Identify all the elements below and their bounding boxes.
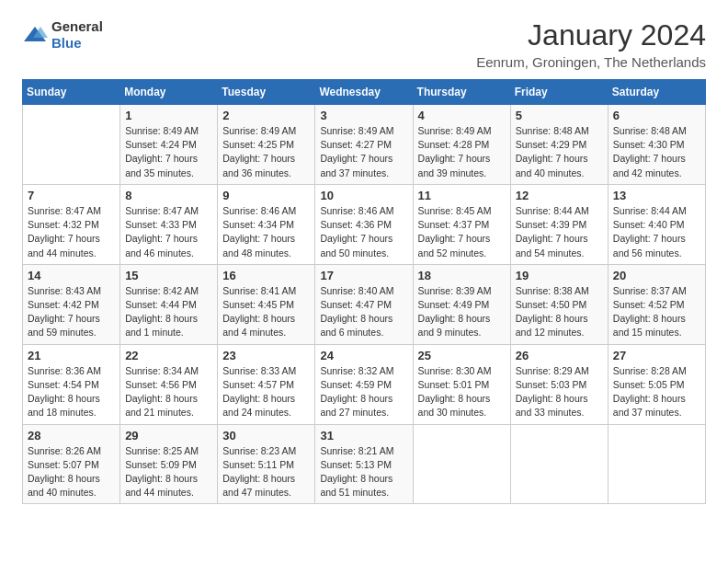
- day-info: Sunrise: 8:49 AMSunset: 4:27 PMDaylight:…: [320, 124, 407, 180]
- calendar-empty-cell: [510, 424, 608, 504]
- day-number: 15: [125, 269, 212, 282]
- day-info: Sunrise: 8:46 AMSunset: 4:36 PMDaylight:…: [320, 204, 407, 260]
- calendar-day-cell: 20Sunrise: 8:37 AMSunset: 4:52 PMDayligh…: [608, 264, 705, 344]
- calendar-day-cell: 23Sunrise: 8:33 AMSunset: 4:57 PMDayligh…: [218, 344, 315, 424]
- month-title: January 2024: [476, 18, 706, 52]
- title-area: January 2024 Eenrum, Groningen, The Neth…: [476, 18, 706, 70]
- day-info: Sunrise: 8:36 AMSunset: 4:54 PMDaylight:…: [28, 364, 115, 420]
- calendar-day-cell: 28Sunrise: 8:26 AMSunset: 5:07 PMDayligh…: [23, 424, 120, 504]
- day-info: Sunrise: 8:32 AMSunset: 4:59 PMDaylight:…: [320, 364, 407, 420]
- day-info: Sunrise: 8:25 AMSunset: 5:09 PMDaylight:…: [125, 444, 212, 500]
- day-number: 30: [222, 429, 310, 442]
- day-number: 4: [418, 109, 506, 122]
- calendar-day-cell: 14Sunrise: 8:43 AMSunset: 4:42 PMDayligh…: [23, 264, 120, 344]
- day-of-week-header: Thursday: [413, 80, 510, 105]
- day-number: 18: [418, 269, 506, 282]
- calendar-day-cell: 2Sunrise: 8:49 AMSunset: 4:25 PMDaylight…: [218, 105, 315, 185]
- day-number: 8: [125, 189, 212, 202]
- day-number: 23: [222, 349, 310, 362]
- calendar-day-cell: 13Sunrise: 8:44 AMSunset: 4:40 PMDayligh…: [608, 184, 705, 264]
- day-number: 3: [320, 109, 407, 122]
- logo-blue: Blue: [51, 35, 82, 51]
- calendar-day-cell: 18Sunrise: 8:39 AMSunset: 4:49 PMDayligh…: [413, 264, 510, 344]
- day-info: Sunrise: 8:29 AMSunset: 5:03 PMDaylight:…: [516, 364, 603, 420]
- day-info: Sunrise: 8:40 AMSunset: 4:47 PMDaylight:…: [320, 284, 407, 340]
- day-number: 11: [418, 189, 506, 202]
- day-number: 16: [222, 269, 310, 282]
- day-of-week-header: Sunday: [23, 80, 120, 105]
- day-info: Sunrise: 8:44 AMSunset: 4:40 PMDaylight:…: [613, 204, 700, 260]
- calendar-day-cell: 11Sunrise: 8:45 AMSunset: 4:37 PMDayligh…: [413, 184, 510, 264]
- calendar-day-cell: 31Sunrise: 8:21 AMSunset: 5:13 PMDayligh…: [315, 424, 413, 504]
- calendar-day-cell: 9Sunrise: 8:46 AMSunset: 4:34 PMDaylight…: [218, 184, 315, 264]
- day-number: 29: [125, 429, 212, 442]
- calendar-day-cell: 26Sunrise: 8:29 AMSunset: 5:03 PMDayligh…: [510, 344, 608, 424]
- day-number: 9: [222, 189, 310, 202]
- day-info: Sunrise: 8:44 AMSunset: 4:39 PMDaylight:…: [516, 204, 603, 260]
- day-number: 24: [320, 349, 407, 362]
- header: General Blue January 2024 Eenrum, Gronin…: [22, 18, 706, 70]
- day-info: Sunrise: 8:49 AMSunset: 4:25 PMDaylight:…: [222, 124, 310, 180]
- day-info: Sunrise: 8:49 AMSunset: 4:24 PMDaylight:…: [125, 124, 212, 180]
- day-info: Sunrise: 8:42 AMSunset: 4:44 PMDaylight:…: [125, 284, 212, 340]
- calendar-day-cell: 16Sunrise: 8:41 AMSunset: 4:45 PMDayligh…: [218, 264, 315, 344]
- location-title: Eenrum, Groningen, The Netherlands: [476, 54, 706, 70]
- calendar-day-cell: 3Sunrise: 8:49 AMSunset: 4:27 PMDaylight…: [315, 105, 413, 185]
- day-number: 21: [28, 349, 115, 362]
- day-number: 22: [125, 349, 212, 362]
- day-info: Sunrise: 8:41 AMSunset: 4:45 PMDaylight:…: [222, 284, 310, 340]
- day-number: 27: [613, 349, 700, 362]
- day-info: Sunrise: 8:37 AMSunset: 4:52 PMDaylight:…: [613, 284, 700, 340]
- calendar-day-cell: 12Sunrise: 8:44 AMSunset: 4:39 PMDayligh…: [510, 184, 608, 264]
- calendar-day-cell: 25Sunrise: 8:30 AMSunset: 5:01 PMDayligh…: [413, 344, 510, 424]
- day-number: 25: [418, 349, 506, 362]
- day-info: Sunrise: 8:21 AMSunset: 5:13 PMDaylight:…: [320, 444, 407, 500]
- calendar-day-cell: 1Sunrise: 8:49 AMSunset: 4:24 PMDaylight…: [120, 105, 218, 185]
- day-info: Sunrise: 8:38 AMSunset: 4:50 PMDaylight:…: [516, 284, 603, 340]
- calendar-day-cell: 27Sunrise: 8:28 AMSunset: 5:05 PMDayligh…: [608, 344, 705, 424]
- logo-icon: [22, 25, 48, 45]
- day-of-week-header: Saturday: [608, 80, 705, 105]
- day-number: 28: [28, 429, 115, 442]
- day-info: Sunrise: 8:23 AMSunset: 5:11 PMDaylight:…: [222, 444, 310, 500]
- calendar-day-cell: 6Sunrise: 8:48 AMSunset: 4:30 PMDaylight…: [608, 105, 705, 185]
- day-info: Sunrise: 8:48 AMSunset: 4:30 PMDaylight:…: [613, 124, 700, 180]
- day-number: 6: [613, 109, 700, 122]
- day-info: Sunrise: 8:43 AMSunset: 4:42 PMDaylight:…: [28, 284, 115, 340]
- day-of-week-header: Monday: [120, 80, 218, 105]
- calendar-empty-cell: [608, 424, 705, 504]
- calendar-week-row: 1Sunrise: 8:49 AMSunset: 4:24 PMDaylight…: [23, 105, 706, 185]
- calendar-day-cell: 22Sunrise: 8:34 AMSunset: 4:56 PMDayligh…: [120, 344, 218, 424]
- calendar-header-row: SundayMondayTuesdayWednesdayThursdayFrid…: [23, 80, 706, 105]
- day-number: 13: [613, 189, 700, 202]
- calendar-day-cell: 8Sunrise: 8:47 AMSunset: 4:33 PMDaylight…: [120, 184, 218, 264]
- calendar-day-cell: 29Sunrise: 8:25 AMSunset: 5:09 PMDayligh…: [120, 424, 218, 504]
- day-info: Sunrise: 8:47 AMSunset: 4:33 PMDaylight:…: [125, 204, 212, 260]
- logo: General Blue: [22, 18, 103, 52]
- day-info: Sunrise: 8:49 AMSunset: 4:28 PMDaylight:…: [418, 124, 506, 180]
- calendar-table: SundayMondayTuesdayWednesdayThursdayFrid…: [22, 79, 706, 504]
- day-number: 1: [125, 109, 212, 122]
- calendar-day-cell: 10Sunrise: 8:46 AMSunset: 4:36 PMDayligh…: [315, 184, 413, 264]
- day-number: 7: [28, 189, 115, 202]
- logo-text: General Blue: [51, 18, 103, 52]
- calendar-week-row: 7Sunrise: 8:47 AMSunset: 4:32 PMDaylight…: [23, 184, 706, 264]
- day-number: 2: [222, 109, 310, 122]
- day-info: Sunrise: 8:45 AMSunset: 4:37 PMDaylight:…: [418, 204, 506, 260]
- calendar-day-cell: 24Sunrise: 8:32 AMSunset: 4:59 PMDayligh…: [315, 344, 413, 424]
- calendar-week-row: 28Sunrise: 8:26 AMSunset: 5:07 PMDayligh…: [23, 424, 706, 504]
- calendar-day-cell: 4Sunrise: 8:49 AMSunset: 4:28 PMDaylight…: [413, 105, 510, 185]
- calendar-day-cell: 15Sunrise: 8:42 AMSunset: 4:44 PMDayligh…: [120, 264, 218, 344]
- day-info: Sunrise: 8:39 AMSunset: 4:49 PMDaylight:…: [418, 284, 506, 340]
- day-number: 5: [516, 109, 603, 122]
- day-info: Sunrise: 8:30 AMSunset: 5:01 PMDaylight:…: [418, 364, 506, 420]
- day-info: Sunrise: 8:33 AMSunset: 4:57 PMDaylight:…: [222, 364, 310, 420]
- day-number: 20: [613, 269, 700, 282]
- calendar-empty-cell: [23, 105, 120, 185]
- calendar-week-row: 14Sunrise: 8:43 AMSunset: 4:42 PMDayligh…: [23, 264, 706, 344]
- day-info: Sunrise: 8:46 AMSunset: 4:34 PMDaylight:…: [222, 204, 310, 260]
- day-number: 26: [516, 349, 603, 362]
- day-info: Sunrise: 8:48 AMSunset: 4:29 PMDaylight:…: [516, 124, 603, 180]
- day-info: Sunrise: 8:26 AMSunset: 5:07 PMDaylight:…: [28, 444, 115, 500]
- day-number: 31: [320, 429, 407, 442]
